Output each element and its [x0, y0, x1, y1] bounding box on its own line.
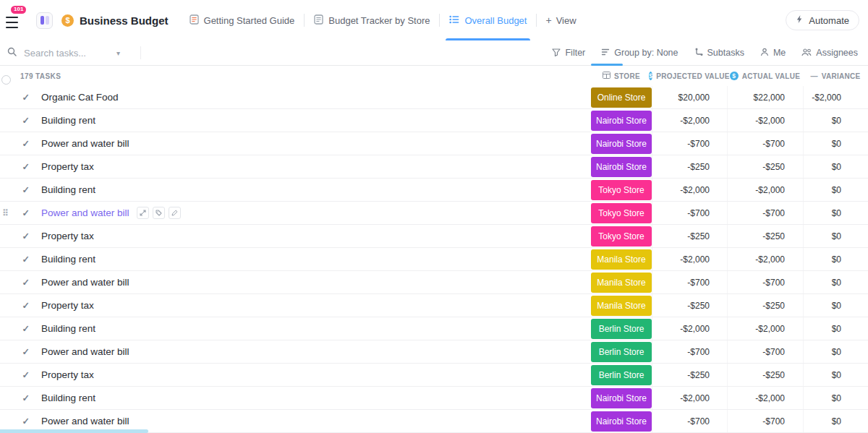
variance-value-cell[interactable]: $0 — [803, 155, 868, 178]
projected-value-cell[interactable]: -$700 — [652, 202, 727, 224]
projected-value-cell[interactable]: -$700 — [652, 271, 727, 293]
table-row[interactable]: ⠿ ✓ Building rent Berlin Store -$2,000 -… — [0, 317, 868, 340]
task-complete-icon[interactable]: ✓ — [22, 416, 30, 426]
store-column-header[interactable]: STORE — [591, 72, 652, 80]
store-badge[interactable]: Berlin Store — [591, 365, 652, 385]
hamburger-menu-icon[interactable]: 101 — [6, 12, 26, 33]
task-name[interactable]: Building rent — [41, 184, 95, 195]
task-complete-icon[interactable]: ✓ — [22, 184, 30, 195]
actual-value-cell[interactable]: -$2,000 — [727, 317, 803, 340]
task-name[interactable]: Property tax — [41, 231, 94, 241]
actual-value-cell[interactable]: -$700 — [727, 132, 803, 155]
task-name-cell[interactable]: Power and water bill — [35, 138, 591, 149]
task-name[interactable]: Building rent — [41, 393, 95, 403]
store-badge[interactable]: Nairobi Store — [591, 157, 652, 177]
projected-value-cell[interactable]: -$2,000 — [652, 109, 727, 132]
actual-value-cell[interactable]: $22,000 — [727, 86, 803, 108]
table-row[interactable]: ⠿ ✓ Organic Cat Food Online Store $20,00… — [0, 86, 868, 109]
automate-button[interactable]: Automate — [786, 10, 859, 30]
tab-overall-budget[interactable]: Overall Budget — [440, 0, 536, 40]
projected-value-cell[interactable]: -$700 — [652, 132, 727, 155]
actual-value-cell[interactable]: -$2,000 — [727, 109, 803, 132]
task-name[interactable]: Property tax — [41, 300, 94, 311]
store-cell[interactable]: Nairobi Store — [591, 132, 652, 155]
filter-button[interactable]: Filter — [552, 48, 585, 59]
actual-value-cell[interactable]: -$2,000 — [727, 248, 803, 270]
store-badge[interactable]: Nairobi Store — [591, 388, 652, 408]
task-complete-icon[interactable]: ✓ — [22, 231, 30, 241]
task-name-cell[interactable]: Power and water bill — [35, 346, 591, 357]
projected-value-cell[interactable]: -$2,000 — [652, 248, 727, 270]
store-badge[interactable]: Manila Store — [591, 296, 652, 316]
projected-value-cell[interactable]: -$2,000 — [652, 317, 727, 340]
me-filter-button[interactable]: Me — [760, 48, 786, 59]
variance-value-cell[interactable]: $0 — [803, 387, 868, 409]
store-cell[interactable]: Manila Store — [591, 248, 652, 270]
task-name[interactable]: Power and water bill — [41, 277, 129, 288]
variance-value-cell[interactable]: $0 — [803, 340, 868, 363]
store-badge[interactable]: Online Store — [591, 87, 652, 108]
actual-value-column-header[interactable]: $ ACTUAL VALUE — [727, 72, 803, 80]
actual-value-cell[interactable]: -$250 — [727, 364, 803, 386]
actual-value-cell[interactable]: -$2,000 — [727, 179, 803, 201]
table-row[interactable]: ⠿ ✓ Building rent Manila Store -$2,000 -… — [0, 248, 868, 271]
task-complete-icon[interactable]: ✓ — [22, 92, 30, 103]
task-name-cell[interactable]: Building rent — [35, 254, 591, 265]
chevron-down-icon[interactable]: ▾ — [116, 49, 120, 57]
table-row[interactable]: ⠿ ✓ Building rent Nairobi Store -$2,000 … — [0, 109, 868, 132]
task-name-cell[interactable]: Power and water bill — [35, 207, 591, 219]
actual-value-cell[interactable]: -$2,000 — [727, 387, 803, 409]
table-row[interactable]: ⠿ ✓ Property tax Berlin Store -$250 -$25… — [0, 364, 868, 387]
task-name-cell[interactable]: Building rent — [35, 393, 591, 403]
open-task-icon[interactable] — [137, 207, 149, 219]
projected-value-cell[interactable]: -$250 — [652, 155, 727, 178]
actual-value-cell[interactable]: -$700 — [727, 410, 803, 432]
store-cell[interactable]: Online Store — [591, 86, 652, 108]
task-name-cell[interactable]: Building rent — [35, 184, 591, 195]
task-complete-icon[interactable]: ✓ — [22, 207, 30, 218]
table-row[interactable]: ⠿ ✓ Building rent Nairobi Store -$2,000 … — [0, 387, 868, 410]
variance-value-cell[interactable]: $0 — [803, 317, 868, 340]
assignees-button[interactable]: Assignees — [801, 48, 858, 59]
task-complete-icon[interactable]: ✓ — [22, 323, 30, 334]
add-view-button[interactable]: + View — [537, 14, 584, 26]
task-name-cell[interactable]: Organic Cat Food — [35, 92, 591, 103]
table-row[interactable]: ⠿ ✓ Property tax Manila Store -$250 -$25… — [0, 294, 868, 317]
task-name-cell[interactable]: Property tax — [35, 369, 591, 380]
task-name-cell[interactable]: Building rent — [35, 323, 591, 334]
task-name[interactable]: Building rent — [41, 115, 95, 126]
horizontal-scrollbar[interactable] — [0, 429, 148, 433]
task-name-cell[interactable]: Power and water bill — [35, 277, 591, 288]
task-name[interactable]: Property tax — [41, 161, 94, 172]
task-name-cell[interactable]: Building rent — [35, 115, 591, 126]
store-cell[interactable]: Berlin Store — [591, 364, 652, 386]
task-complete-icon[interactable]: ✓ — [22, 115, 30, 126]
task-complete-icon[interactable]: ✓ — [22, 393, 30, 403]
variance-value-cell[interactable]: $0 — [803, 179, 868, 201]
task-name-cell[interactable]: Power and water bill — [35, 416, 591, 426]
table-row[interactable]: ⠿ ✓ Power and water bill Berlin Store -$… — [0, 340, 868, 364]
task-complete-icon[interactable]: ✓ — [22, 254, 30, 265]
search-input[interactable] — [22, 47, 111, 59]
store-badge[interactable]: Nairobi Store — [591, 134, 652, 154]
variance-value-cell[interactable]: $0 — [803, 202, 868, 224]
store-badge[interactable]: Nairobi Store — [591, 411, 652, 432]
actual-value-cell[interactable]: -$700 — [727, 202, 803, 224]
subtasks-button[interactable]: Subtasks — [694, 48, 744, 59]
projected-value-column-header[interactable]: $ PROJECTED VALUE — [652, 72, 727, 80]
variance-value-cell[interactable]: $0 — [803, 248, 868, 270]
task-complete-icon[interactable]: ✓ — [22, 277, 30, 288]
tab-budget-tracker-by-store[interactable]: Budget Tracker by Store — [305, 0, 439, 40]
variance-value-cell[interactable]: $0 — [803, 410, 868, 432]
task-name-cell[interactable]: Property tax — [35, 300, 591, 311]
edit-pencil-icon[interactable] — [169, 207, 181, 219]
projected-value-cell[interactable]: -$700 — [652, 410, 727, 432]
table-row[interactable]: ⠿ ✓ Property tax Tokyo Store -$250 -$250… — [0, 225, 868, 248]
tab-getting-started-guide[interactable]: Getting Started Guide — [180, 0, 305, 40]
group-by-button[interactable]: Group by: None — [601, 48, 678, 59]
projected-value-cell[interactable]: $20,000 — [652, 86, 727, 108]
store-badge[interactable]: Tokyo Store — [591, 203, 652, 223]
actual-value-cell[interactable]: -$700 — [727, 271, 803, 293]
store-badge[interactable]: Manila Store — [591, 273, 652, 293]
variance-value-cell[interactable]: -$2,000 — [803, 86, 868, 108]
